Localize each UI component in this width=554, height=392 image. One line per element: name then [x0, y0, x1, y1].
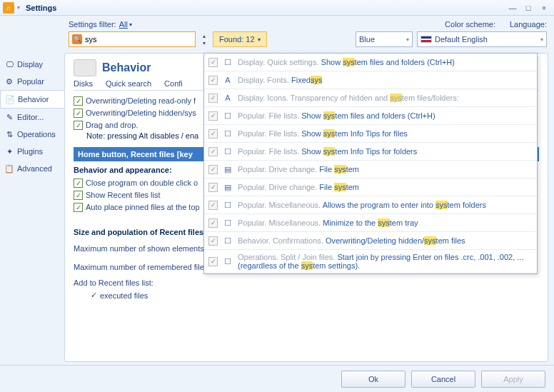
minimize-button[interactable]: —: [505, 3, 520, 13]
search-result-item[interactable]: ✓ADisplay. Icons. Transparency of hidden…: [204, 89, 537, 107]
exec-label: executed files: [100, 291, 148, 300]
sidebar-item-plugins[interactable]: ✦Plugins: [0, 143, 64, 160]
check-label: Auto place pinned files at the top: [86, 203, 200, 211]
result-icon: ☐: [222, 199, 233, 211]
checkbox[interactable]: ✓: [74, 96, 83, 106]
sidebar-icon: ✎: [4, 112, 14, 122]
maximize-button[interactable]: □: [521, 3, 535, 13]
window-title: Settings: [26, 4, 56, 12]
search-input-wrap[interactable]: 🔍: [69, 31, 196, 47]
checkbox[interactable]: ✓: [74, 203, 83, 212]
result-checkbox[interactable]: ✓: [208, 257, 218, 266]
tab-quick search[interactable]: Quick search: [106, 79, 151, 88]
filter-link[interactable]: All: [119, 20, 128, 29]
search-result-item[interactable]: ✓☐Operations. Split / Join files. Start …: [204, 250, 537, 273]
result-icon: A: [222, 74, 233, 86]
result-checkbox[interactable]: ✓: [208, 58, 218, 67]
sidebar-icon: ⇅: [4, 129, 14, 139]
checkbox[interactable]: ✓: [74, 191, 83, 200]
sidebar-item-popular[interactable]: ⚙Popular: [0, 73, 64, 90]
spin-up[interactable]: ▲: [200, 32, 208, 39]
control-row: 🔍 ▲ ▼ Found: 12▾ Blue▾ Default English▾: [0, 30, 554, 51]
search-result-item[interactable]: ✓☐Display. Quick settings. Show system f…: [204, 54, 537, 71]
filter-label: Settings filter:: [69, 20, 116, 29]
result-checkbox[interactable]: ✓: [208, 76, 218, 85]
result-icon: ▤: [222, 164, 233, 175]
home-icon[interactable]: ⌂: [3, 2, 14, 14]
add-label: Add to Recent files list:: [74, 276, 539, 289]
apply-button[interactable]: Apply: [481, 371, 545, 388]
search-result-item[interactable]: ✓▤Popular. Drive change. File system: [204, 179, 537, 196]
result-icon: A: [222, 92, 233, 104]
search-results-dropdown: ✓☐Display. Quick settings. Show system f…: [203, 53, 538, 274]
sidebar-icon: 📄: [5, 94, 15, 104]
search-result-item[interactable]: ✓☐Popular. File lists. Show system files…: [204, 107, 537, 125]
checkbox[interactable]: ✓: [74, 179, 83, 188]
result-icon: ▤: [222, 181, 233, 193]
result-checkbox[interactable]: ✓: [208, 147, 218, 156]
exec-checkbox[interactable]: ✓: [91, 291, 97, 300]
result-icon: ☐: [222, 146, 233, 157]
search-result-item[interactable]: ✓☐Popular. Miscellaneous. Minimize to th…: [204, 214, 537, 232]
result-icon: ☐: [222, 217, 233, 228]
result-icon: ☐: [222, 256, 233, 267]
result-checkbox[interactable]: ✓: [208, 129, 218, 139]
result-icon: ☐: [222, 128, 233, 139]
result-icon: ☐: [222, 235, 233, 246]
sidebar-icon: ✦: [4, 146, 14, 156]
check-label: Close program on double click o: [86, 179, 198, 187]
tab-confi[interactable]: Confi: [164, 79, 183, 88]
result-checkbox[interactable]: ✓: [208, 111, 218, 121]
check-label: Overwriting/Deleting hidden/sys: [86, 109, 196, 117]
result-icon: ☐: [222, 56, 233, 68]
sidebar-item-advanced[interactable]: 📋Advanced: [0, 160, 64, 177]
sidebar-icon: 📋: [4, 164, 14, 174]
keyboard-icon: [74, 59, 96, 76]
result-checkbox[interactable]: ✓: [208, 201, 218, 210]
page-title: Behavior: [102, 61, 151, 74]
result-checkbox[interactable]: ✓: [208, 165, 218, 174]
result-checkbox[interactable]: ✓: [208, 218, 218, 228]
search-result-item[interactable]: ✓☐Behavior. Confirmations. Overwriting/D…: [204, 232, 537, 250]
checkbox[interactable]: ✓: [74, 121, 83, 130]
close-button[interactable]: ×: [537, 3, 551, 13]
search-icon: 🔍: [72, 34, 82, 44]
search-result-item[interactable]: ✓☐Popular. Miscellaneous. Allows the pro…: [204, 196, 537, 214]
check-label: Drag and drop.: [86, 121, 138, 129]
result-checkbox[interactable]: ✓: [208, 236, 218, 246]
sidebar-icon: ⚙: [4, 76, 14, 86]
color-scheme-label: Color scheme:: [445, 20, 495, 29]
result-checkbox[interactable]: ✓: [208, 94, 218, 103]
sidebar-item-display[interactable]: 🖵Display: [0, 56, 64, 73]
sidebar-item-operations[interactable]: ⇅Operations: [0, 126, 64, 143]
search-result-item[interactable]: ✓ADisplay. Fonts. Fixedsys: [204, 71, 537, 89]
search-result-item[interactable]: ✓☐Popular. File lists. Show system Info …: [204, 125, 537, 143]
sidebar-icon: 🖵: [4, 59, 14, 69]
title-bar: ⌂ ▾ Settings — □ ×: [0, 0, 554, 16]
sidebar-item-behavior[interactable]: 📄Behavior: [0, 90, 64, 109]
search-result-item[interactable]: ✓☐Popular. File lists. Show system Info …: [204, 143, 537, 161]
check-label: Show Recent files list: [86, 191, 161, 199]
flag-icon: [420, 36, 432, 43]
checkbox[interactable]: ✓: [74, 109, 83, 118]
search-input[interactable]: [85, 35, 192, 44]
result-icon: ☐: [222, 110, 233, 121]
top-row: Settings filter: All ▾ Color scheme: Lan…: [0, 16, 554, 30]
check-label: Overwriting/Deleting read-only f: [86, 96, 196, 105]
footer: Ok Cancel Apply: [0, 365, 554, 392]
search-result-item[interactable]: ✓▤Popular. Drive change. File system: [204, 161, 537, 179]
tab-disks[interactable]: Disks: [74, 79, 93, 88]
sidebar-item-editor[interactable]: ✎Editor...: [0, 109, 64, 126]
result-checkbox[interactable]: ✓: [208, 183, 218, 192]
cancel-button[interactable]: Cancel: [411, 371, 475, 388]
sidebar: 🖵Display⚙Popular📄Behavior✎Editor...⇅Oper…: [0, 53, 64, 362]
spin-down[interactable]: ▼: [200, 39, 208, 46]
color-scheme-combo[interactable]: Blue▾: [356, 31, 413, 47]
ok-button[interactable]: Ok: [341, 371, 406, 388]
language-combo[interactable]: Default English▾: [417, 31, 547, 47]
found-button[interactable]: Found: 12▾: [213, 31, 267, 47]
language-label: Language:: [510, 20, 547, 29]
